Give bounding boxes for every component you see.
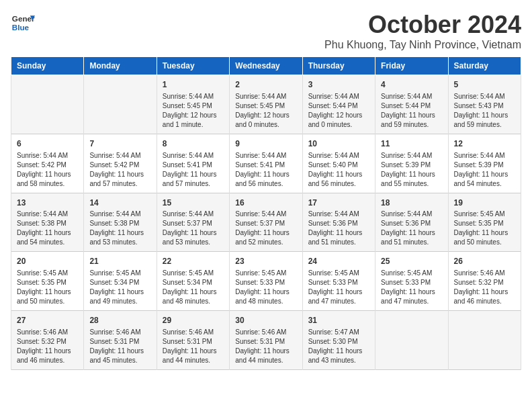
day-info: Sunrise: 5:46 AM Sunset: 5:31 PM Dayligh… bbox=[235, 328, 296, 365]
day-info: Sunrise: 5:46 AM Sunset: 5:32 PM Dayligh… bbox=[454, 269, 515, 306]
calendar-cell: 20Sunrise: 5:45 AM Sunset: 5:35 PM Dayli… bbox=[11, 252, 84, 311]
day-info: Sunrise: 5:46 AM Sunset: 5:32 PM Dayligh… bbox=[17, 328, 78, 365]
day-info: Sunrise: 5:47 AM Sunset: 5:30 PM Dayligh… bbox=[308, 328, 369, 365]
day-info: Sunrise: 5:44 AM Sunset: 5:39 PM Dayligh… bbox=[381, 151, 442, 189]
day-header-wednesday: Wednesday bbox=[230, 57, 302, 75]
calendar-cell: 2Sunrise: 5:44 AM Sunset: 5:45 PM Daylig… bbox=[230, 75, 302, 134]
calendar-cell: 7Sunrise: 5:44 AM Sunset: 5:42 PM Daylig… bbox=[84, 134, 157, 193]
calendar-cell: 28Sunrise: 5:46 AM Sunset: 5:31 PM Dayli… bbox=[84, 311, 157, 370]
day-info: Sunrise: 5:44 AM Sunset: 5:39 PM Dayligh… bbox=[454, 151, 515, 189]
day-number: 12 bbox=[454, 138, 515, 150]
calendar-cell bbox=[84, 75, 157, 134]
day-number: 21 bbox=[89, 256, 150, 267]
day-info: Sunrise: 5:44 AM Sunset: 5:36 PM Dayligh… bbox=[308, 210, 369, 247]
calendar-cell: 18Sunrise: 5:44 AM Sunset: 5:36 PM Dayli… bbox=[375, 193, 448, 252]
day-header-saturday: Saturday bbox=[448, 57, 521, 75]
calendar-cell: 11Sunrise: 5:44 AM Sunset: 5:39 PM Dayli… bbox=[375, 134, 448, 193]
day-header-friday: Friday bbox=[375, 57, 448, 75]
day-header-thursday: Thursday bbox=[302, 57, 375, 75]
calendar-cell: 10Sunrise: 5:44 AM Sunset: 5:40 PM Dayli… bbox=[302, 134, 375, 193]
day-number: 2 bbox=[235, 79, 296, 91]
day-number: 28 bbox=[89, 315, 150, 326]
day-number: 24 bbox=[308, 256, 369, 267]
day-info: Sunrise: 5:44 AM Sunset: 5:45 PM Dayligh… bbox=[163, 92, 224, 130]
day-number: 3 bbox=[308, 79, 369, 91]
calendar-cell: 5Sunrise: 5:44 AM Sunset: 5:43 PM Daylig… bbox=[448, 75, 521, 134]
day-number: 5 bbox=[454, 79, 515, 91]
day-number: 29 bbox=[163, 315, 224, 326]
calendar-table: SundayMondayTuesdayWednesdayThursdayFrid… bbox=[11, 56, 521, 370]
calendar-cell: 9Sunrise: 5:44 AM Sunset: 5:41 PM Daylig… bbox=[230, 134, 302, 193]
calendar-cell: 14Sunrise: 5:44 AM Sunset: 5:38 PM Dayli… bbox=[84, 193, 157, 252]
day-number: 23 bbox=[235, 256, 296, 267]
calendar-cell: 25Sunrise: 5:45 AM Sunset: 5:33 PM Dayli… bbox=[375, 252, 448, 311]
calendar-cell: 13Sunrise: 5:44 AM Sunset: 5:38 PM Dayli… bbox=[11, 193, 84, 252]
day-number: 17 bbox=[308, 197, 369, 209]
calendar-cell: 23Sunrise: 5:45 AM Sunset: 5:33 PM Dayli… bbox=[230, 252, 302, 311]
calendar-week-1: 1Sunrise: 5:44 AM Sunset: 5:45 PM Daylig… bbox=[11, 75, 521, 134]
day-number: 30 bbox=[235, 315, 296, 326]
day-number: 25 bbox=[381, 256, 442, 267]
day-info: Sunrise: 5:44 AM Sunset: 5:38 PM Dayligh… bbox=[17, 210, 78, 247]
calendar-cell: 24Sunrise: 5:45 AM Sunset: 5:33 PM Dayli… bbox=[302, 252, 375, 311]
day-number: 6 bbox=[17, 138, 78, 150]
day-info: Sunrise: 5:44 AM Sunset: 5:44 PM Dayligh… bbox=[308, 92, 369, 130]
day-number: 26 bbox=[454, 256, 515, 267]
calendar-cell: 22Sunrise: 5:45 AM Sunset: 5:34 PM Dayli… bbox=[157, 252, 229, 311]
day-number: 11 bbox=[381, 138, 442, 150]
day-number: 14 bbox=[89, 197, 150, 209]
day-info: Sunrise: 5:46 AM Sunset: 5:31 PM Dayligh… bbox=[163, 328, 224, 365]
calendar-cell: 16Sunrise: 5:44 AM Sunset: 5:37 PM Dayli… bbox=[230, 193, 302, 252]
day-info: Sunrise: 5:45 AM Sunset: 5:34 PM Dayligh… bbox=[89, 269, 150, 306]
calendar-cell bbox=[11, 75, 84, 134]
day-info: Sunrise: 5:44 AM Sunset: 5:42 PM Dayligh… bbox=[17, 151, 78, 189]
month-title: October 2024 bbox=[324, 11, 521, 39]
svg-text:Blue: Blue bbox=[12, 23, 30, 32]
day-info: Sunrise: 5:44 AM Sunset: 5:36 PM Dayligh… bbox=[381, 210, 442, 247]
day-info: Sunrise: 5:44 AM Sunset: 5:37 PM Dayligh… bbox=[235, 210, 296, 247]
day-number: 7 bbox=[89, 138, 150, 150]
calendar-cell: 17Sunrise: 5:44 AM Sunset: 5:36 PM Dayli… bbox=[302, 193, 375, 252]
calendar-week-4: 20Sunrise: 5:45 AM Sunset: 5:35 PM Dayli… bbox=[11, 252, 521, 311]
day-info: Sunrise: 5:45 AM Sunset: 5:33 PM Dayligh… bbox=[235, 269, 296, 306]
calendar-cell: 26Sunrise: 5:46 AM Sunset: 5:32 PM Dayli… bbox=[448, 252, 521, 311]
calendar-cell bbox=[375, 311, 448, 370]
day-info: Sunrise: 5:44 AM Sunset: 5:42 PM Dayligh… bbox=[89, 151, 150, 189]
svg-text:General: General bbox=[12, 14, 35, 23]
day-number: 4 bbox=[381, 79, 442, 91]
calendar-week-3: 13Sunrise: 5:44 AM Sunset: 5:38 PM Dayli… bbox=[11, 193, 521, 252]
day-number: 16 bbox=[235, 197, 296, 209]
day-header-monday: Monday bbox=[84, 57, 157, 75]
calendar-cell: 27Sunrise: 5:46 AM Sunset: 5:32 PM Dayli… bbox=[11, 311, 84, 370]
page-header: General Blue October 2024 Phu Khuong, Ta… bbox=[11, 11, 521, 51]
calendar-cell: 21Sunrise: 5:45 AM Sunset: 5:34 PM Dayli… bbox=[84, 252, 157, 311]
calendar-cell: 4Sunrise: 5:44 AM Sunset: 5:44 PM Daylig… bbox=[375, 75, 448, 134]
calendar-week-5: 27Sunrise: 5:46 AM Sunset: 5:32 PM Dayli… bbox=[11, 311, 521, 370]
calendar-cell: 3Sunrise: 5:44 AM Sunset: 5:44 PM Daylig… bbox=[302, 75, 375, 134]
day-number: 22 bbox=[163, 256, 224, 267]
day-info: Sunrise: 5:46 AM Sunset: 5:31 PM Dayligh… bbox=[89, 328, 150, 365]
day-number: 18 bbox=[381, 197, 442, 209]
location-subtitle: Phu Khuong, Tay Ninh Province, Vietnam bbox=[324, 39, 521, 51]
day-number: 9 bbox=[235, 138, 296, 150]
calendar-cell: 6Sunrise: 5:44 AM Sunset: 5:42 PM Daylig… bbox=[11, 134, 84, 193]
calendar-cell: 19Sunrise: 5:45 AM Sunset: 5:35 PM Dayli… bbox=[448, 193, 521, 252]
day-header-tuesday: Tuesday bbox=[157, 57, 229, 75]
day-number: 1 bbox=[163, 79, 224, 91]
calendar-cell: 30Sunrise: 5:46 AM Sunset: 5:31 PM Dayli… bbox=[230, 311, 302, 370]
day-info: Sunrise: 5:45 AM Sunset: 5:34 PM Dayligh… bbox=[163, 269, 224, 306]
day-number: 19 bbox=[454, 197, 515, 209]
day-info: Sunrise: 5:45 AM Sunset: 5:33 PM Dayligh… bbox=[308, 269, 369, 306]
calendar-cell: 15Sunrise: 5:44 AM Sunset: 5:37 PM Dayli… bbox=[157, 193, 229, 252]
day-header-sunday: Sunday bbox=[11, 57, 84, 75]
day-info: Sunrise: 5:44 AM Sunset: 5:37 PM Dayligh… bbox=[163, 210, 224, 247]
day-info: Sunrise: 5:44 AM Sunset: 5:41 PM Dayligh… bbox=[163, 151, 224, 189]
logo-icon: General Blue bbox=[11, 11, 35, 35]
day-info: Sunrise: 5:44 AM Sunset: 5:43 PM Dayligh… bbox=[454, 92, 515, 130]
day-number: 10 bbox=[308, 138, 369, 150]
day-number: 31 bbox=[308, 315, 369, 326]
days-header-row: SundayMondayTuesdayWednesdayThursdayFrid… bbox=[11, 57, 521, 75]
calendar-cell: 1Sunrise: 5:44 AM Sunset: 5:45 PM Daylig… bbox=[157, 75, 229, 134]
day-number: 15 bbox=[163, 197, 224, 209]
day-info: Sunrise: 5:44 AM Sunset: 5:38 PM Dayligh… bbox=[89, 210, 150, 247]
